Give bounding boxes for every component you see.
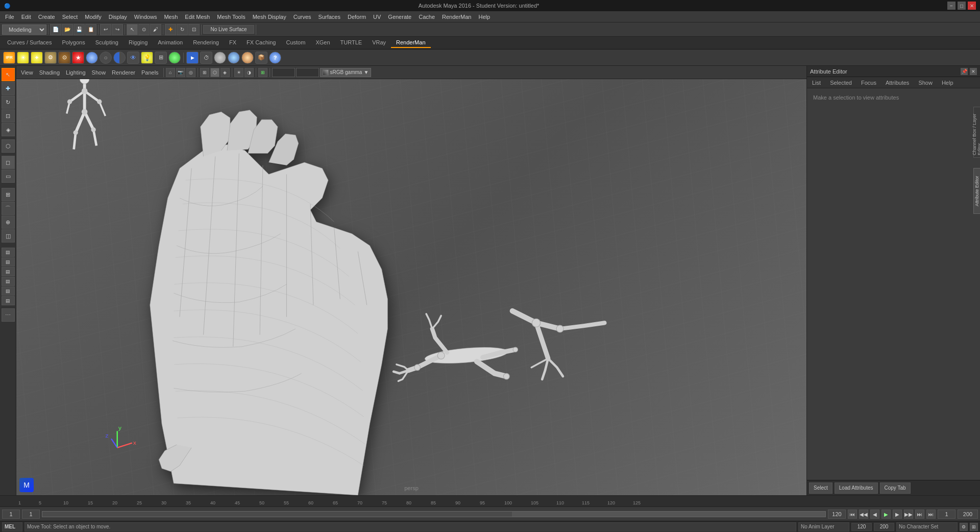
options-6-btn[interactable]: ▤: [2, 296, 15, 305]
undo-btn[interactable]: ↩: [100, 24, 111, 35]
options-3-btn[interactable]: ▤: [2, 267, 15, 276]
loop-btn[interactable]: ⏭: [926, 510, 936, 519]
menu-generate[interactable]: Generate: [385, 13, 414, 21]
options-4-btn[interactable]: ▤: [2, 277, 15, 286]
menu-edit-mesh[interactable]: Edit Mesh: [182, 13, 213, 21]
menu-mesh-tools[interactable]: Mesh Tools: [214, 13, 248, 21]
vp-view-menu[interactable]: View: [18, 68, 36, 77]
lighting-btn[interactable]: 💡: [141, 52, 153, 64]
snap-grid-btn[interactable]: ⊞: [2, 188, 15, 201]
attr-tab-focus[interactable]: Focus: [858, 79, 879, 87]
tab-rigging[interactable]: Rigging: [124, 38, 153, 48]
next-frame-btn[interactable]: ▶: [893, 510, 902, 519]
maximize-button[interactable]: □: [958, 2, 966, 10]
new-scene-btn[interactable]: 📄: [50, 24, 61, 35]
go-start-btn[interactable]: ⏮: [848, 510, 857, 519]
region-btn[interactable]: ◻: [2, 156, 15, 169]
soft-sel-btn[interactable]: ⬡: [2, 139, 15, 153]
tab-xgen[interactable]: XGen: [310, 38, 335, 48]
half-render-btn[interactable]: [113, 52, 126, 64]
options-2-btn[interactable]: ▤: [2, 257, 15, 267]
status-btn-2[interactable]: ⊞: [970, 523, 978, 531]
show-hide-btn[interactable]: 👁: [127, 52, 139, 64]
material-btn[interactable]: [214, 52, 226, 64]
attr-tab-attributes[interactable]: Attributes: [883, 79, 912, 87]
tab-sculpting[interactable]: Sculpting: [90, 38, 124, 48]
scale-tool-left-btn[interactable]: ⊡: [2, 109, 15, 123]
vp-home-btn[interactable]: ⌂: [166, 68, 175, 77]
favorites-btn[interactable]: ★: [72, 52, 84, 64]
tab-rendering[interactable]: Rendering: [188, 38, 224, 48]
render-queue-btn[interactable]: ⏱: [200, 52, 212, 64]
menu-edit[interactable]: Edit: [18, 13, 34, 21]
save-as-btn[interactable]: 📋: [85, 24, 96, 35]
menu-windows[interactable]: Windows: [131, 13, 160, 21]
attr-tab-list[interactable]: List: [809, 79, 824, 87]
range-end-input[interactable]: [958, 510, 978, 519]
ipr-render-btn[interactable]: IPR: [3, 52, 15, 64]
select-tool-btn[interactable]: ↖: [127, 24, 138, 35]
snap-point-btn[interactable]: ⊕: [2, 215, 15, 229]
render-settings-btn[interactable]: ⚙: [44, 52, 57, 64]
options-5-btn[interactable]: ▤: [2, 286, 15, 296]
render-region-btn[interactable]: ○: [100, 52, 112, 64]
preview-btn[interactable]: [86, 52, 98, 64]
render-view-btn[interactable]: ▶: [186, 52, 199, 64]
prev-key-btn[interactable]: ◀◀: [859, 510, 868, 519]
start-frame-input[interactable]: [22, 510, 40, 519]
menu-mesh[interactable]: Mesh: [161, 13, 181, 21]
texture-btn[interactable]: [241, 52, 254, 64]
play-btn[interactable]: ▶: [881, 510, 891, 519]
render-globals-btn[interactable]: ⊙: [58, 52, 70, 64]
attr-select-btn[interactable]: Select: [809, 482, 832, 494]
vp-show-menu[interactable]: Show: [89, 68, 109, 77]
menu-create[interactable]: Create: [35, 13, 58, 21]
workspace-dropdown[interactable]: Modeling Rigging Animation: [2, 25, 46, 35]
range-slider[interactable]: [42, 511, 826, 517]
archive-btn[interactable]: 📦: [255, 52, 267, 64]
status-btn-1[interactable]: ⚙: [960, 523, 968, 531]
menu-cache[interactable]: Cache: [415, 13, 438, 21]
attr-copy-tab-btn[interactable]: Copy Tab: [880, 482, 911, 494]
tab-custom[interactable]: Custom: [281, 38, 311, 48]
menu-curves[interactable]: Curves: [290, 13, 314, 21]
save-scene-btn[interactable]: 💾: [74, 24, 85, 35]
vp-renderer-menu[interactable]: Renderer: [109, 68, 138, 77]
close-button[interactable]: ✕: [968, 2, 976, 10]
attr-close-btn[interactable]: ✕: [970, 68, 977, 75]
grid-btn[interactable]: ⊞: [155, 52, 167, 64]
attr-pin-btn[interactable]: 📌: [961, 68, 968, 75]
tab-fx-caching[interactable]: FX Caching: [241, 38, 281, 48]
open-scene-btn[interactable]: 📂: [62, 24, 73, 35]
lasso-btn[interactable]: ⊙: [138, 24, 150, 35]
vp-panels-menu[interactable]: Panels: [139, 68, 161, 77]
vp-cam-btn[interactable]: 📷: [176, 68, 185, 77]
go-btn[interactable]: [168, 52, 181, 64]
menu-select[interactable]: Select: [59, 13, 81, 21]
menu-surfaces[interactable]: Surfaces: [315, 13, 344, 21]
menu-modify[interactable]: Modify: [82, 13, 104, 21]
next-key-btn[interactable]: ▶▶: [904, 510, 913, 519]
move-tool-left-btn[interactable]: ✚: [2, 82, 15, 95]
vp-smooth-btn[interactable]: ⬡: [210, 68, 219, 77]
tab-fx[interactable]: FX: [224, 38, 241, 48]
snap-view-btn[interactable]: ◫: [2, 229, 15, 243]
coord-y-input[interactable]: 1.00: [296, 68, 319, 77]
universal-tool-btn[interactable]: ◈: [2, 123, 15, 136]
help-btn[interactable]: ?: [269, 52, 281, 64]
coord-x-input[interactable]: 0.00: [272, 68, 295, 77]
vp-isolate-btn[interactable]: ◎: [186, 68, 195, 77]
menu-mesh-display[interactable]: Mesh Display: [250, 13, 289, 21]
rotate-tool-left-btn[interactable]: ↻: [2, 95, 15, 109]
rotate-tool-btn[interactable]: ↻: [177, 24, 188, 35]
tab-animation[interactable]: Animation: [153, 38, 188, 48]
snap-curve-btn[interactable]: ⌒: [2, 202, 15, 215]
status-range-start[interactable]: [851, 523, 872, 531]
vp-shading-menu[interactable]: Shading: [37, 68, 62, 77]
color-profile-dropdown-icon[interactable]: ▼: [363, 69, 369, 75]
menu-file[interactable]: File: [2, 13, 17, 21]
range-start-input[interactable]: [938, 510, 955, 519]
shader-btn[interactable]: [228, 52, 240, 64]
menu-renderman[interactable]: RenderMan: [439, 13, 474, 21]
channel-box-tab[interactable]: Channel Box / Layer Editor: [973, 107, 980, 158]
